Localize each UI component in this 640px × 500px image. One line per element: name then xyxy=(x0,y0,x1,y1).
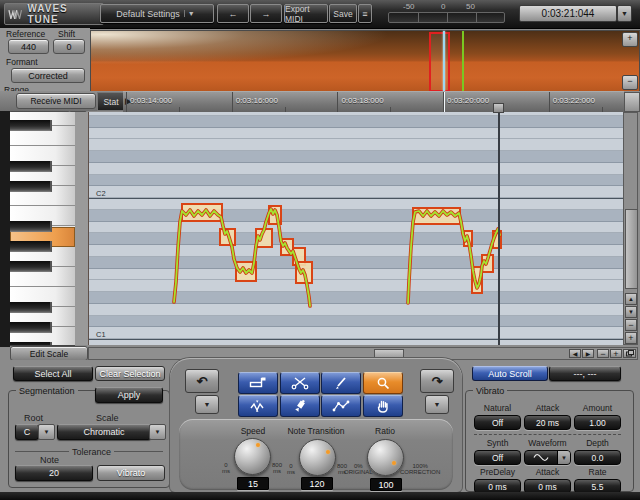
scroll-left-icon[interactable]: ◀ xyxy=(569,349,581,358)
zoom-tool-button[interactable] xyxy=(363,372,403,394)
hand-tool-button[interactable] xyxy=(363,395,403,417)
root-select[interactable]: C xyxy=(15,424,39,440)
note-tolerance-value[interactable]: 20 xyxy=(15,465,93,481)
glue-icon xyxy=(291,399,309,413)
waveform-select[interactable]: ▼ xyxy=(524,450,571,465)
receive-midi-button[interactable]: Receive MIDI xyxy=(16,93,96,109)
piano-key-black[interactable] xyxy=(10,161,52,172)
apply-button[interactable]: Apply xyxy=(95,387,163,403)
shift-value-field[interactable]: 0 xyxy=(53,39,85,54)
song-overview-strip[interactable]: + − xyxy=(90,30,640,92)
speed-knob[interactable] xyxy=(234,438,271,475)
vertical-zoom-out-icon[interactable]: − xyxy=(625,319,637,331)
preset-dropdown-icon[interactable]: ▼ xyxy=(184,10,198,17)
next-preset-button[interactable]: → xyxy=(250,4,282,23)
depth-value[interactable]: 0.0 xyxy=(574,450,621,465)
ruler-major-tick xyxy=(337,92,338,112)
glue-tool-button[interactable] xyxy=(280,395,320,417)
scissors-icon xyxy=(291,376,309,390)
waveform-label: Waveform xyxy=(524,438,571,448)
speed-knob-label: Speed xyxy=(236,426,270,436)
reference-value-field[interactable]: 440 xyxy=(8,39,49,54)
vertical-scrollbar[interactable]: ▲ ▼ − + xyxy=(623,112,638,345)
redo-button[interactable]: ↷ xyxy=(420,369,454,393)
pitch-correction-meter xyxy=(388,12,505,23)
undo-button[interactable]: ↶ xyxy=(185,369,219,393)
scale-label: Scale xyxy=(96,413,119,423)
time-ruler[interactable]: ▶ 0:03:14:0000:03:16:0000:03:18:0000:03:… xyxy=(123,91,624,113)
speed-value-display[interactable]: 15 xyxy=(237,477,269,490)
note-edit-tool-button[interactable] xyxy=(238,372,278,394)
horizontal-zoom-out-icon[interactable]: − xyxy=(597,349,609,358)
amount-value[interactable]: 1.00 xyxy=(574,415,621,430)
auto-scroll-button[interactable]: Auto Scroll xyxy=(472,366,548,381)
scale-select[interactable]: Chromatic xyxy=(57,424,151,440)
previous-preset-button[interactable]: ← xyxy=(217,4,249,23)
piano-key-black[interactable] xyxy=(10,302,52,313)
vibrato-title: Vibrato xyxy=(473,386,507,396)
waveform-dropdown-icon[interactable]: ▼ xyxy=(557,451,570,464)
pitch-curves-layer xyxy=(89,112,623,345)
formant-mode-button[interactable]: Corrected xyxy=(11,68,85,83)
redo-dropdown-icon: ▼ xyxy=(434,401,441,408)
piano-key-black[interactable] xyxy=(10,181,52,192)
edit-cursor-line[interactable] xyxy=(498,112,500,345)
scroll-right-icon[interactable]: ▶ xyxy=(582,349,594,358)
root-dropdown-icon[interactable]: ▼ xyxy=(38,424,55,440)
edit-cursor-handle[interactable] xyxy=(493,103,504,113)
vertical-scroll-thumb[interactable] xyxy=(625,209,638,289)
segmentation-panel: Segmentation Apply Root Scale C ▼ Chroma… xyxy=(8,390,170,488)
position-display: ---, --- xyxy=(549,366,621,381)
scroll-down-icon[interactable]: ▼ xyxy=(625,306,637,318)
save-button[interactable]: Save xyxy=(329,4,357,23)
vertical-zoom-in-icon[interactable]: + xyxy=(625,332,637,344)
pencil-tool-button[interactable] xyxy=(321,372,361,394)
undo-history-dropdown[interactable]: ▼ xyxy=(195,395,219,414)
select-all-button[interactable]: Select All xyxy=(13,366,93,381)
timecode-display: 0:03:21:044 xyxy=(519,5,617,22)
shift-label: Shift xyxy=(58,29,75,39)
note-edit-icon xyxy=(249,376,267,390)
overview-zoom-in-button[interactable]: + xyxy=(622,32,638,47)
export-midi-button[interactable]: Export MIDI xyxy=(284,4,328,23)
pitch-curve-original xyxy=(174,209,310,306)
overview-zoom-out-button[interactable]: − xyxy=(622,75,638,90)
timecode-format-dropdown[interactable]: ▼ xyxy=(617,5,632,22)
scroll-up-icon[interactable]: ▲ xyxy=(625,293,637,305)
natural-toggle[interactable]: Off xyxy=(474,415,521,430)
hand-icon xyxy=(374,399,392,413)
vibrato-tolerance-button[interactable]: Vibrato xyxy=(97,465,165,481)
menu-icon[interactable]: ≡ xyxy=(358,4,372,23)
scale-dropdown-icon[interactable]: ▼ xyxy=(149,424,166,440)
piano-key-black[interactable] xyxy=(10,322,52,333)
piano-key-black[interactable] xyxy=(10,120,52,131)
redo-history-dropdown[interactable]: ▼ xyxy=(425,395,449,414)
note-transition-knob[interactable] xyxy=(299,439,336,476)
pitch-curve-corrected xyxy=(174,209,310,306)
back-arrow-icon: ← xyxy=(229,9,238,19)
piano-keyboard[interactable] xyxy=(10,112,75,346)
curve-tool-button[interactable] xyxy=(321,395,361,417)
note-transition-value-display[interactable]: 120 xyxy=(301,477,333,490)
clear-selection-button[interactable]: Clear Selection xyxy=(95,366,165,381)
edit-scale-button[interactable]: Edit Scale xyxy=(10,346,88,361)
horizontal-zoom-in-icon[interactable]: + xyxy=(610,349,622,358)
overview-view-rectangle[interactable] xyxy=(429,32,450,92)
synth-attack-label: Attack xyxy=(524,467,571,477)
synth-toggle[interactable]: Off xyxy=(474,450,521,465)
vibrato-tool-button[interactable] xyxy=(238,395,278,417)
preset-selector[interactable]: Default Settings ▼ xyxy=(100,4,214,23)
piano-key-black[interactable] xyxy=(10,241,52,252)
piano-key-black[interactable] xyxy=(10,261,52,272)
overview-playhead-line xyxy=(443,31,445,91)
undo-dropdown-icon: ▼ xyxy=(204,401,211,408)
scissors-tool-button[interactable] xyxy=(280,372,320,394)
vibrato-attack-value[interactable]: 20 ms xyxy=(524,415,571,430)
ratio-value-display[interactable]: 100 xyxy=(370,478,402,491)
piano-key-black[interactable] xyxy=(10,221,52,232)
magnifier-icon xyxy=(374,376,392,390)
segmentation-title: Segmentation xyxy=(16,386,78,396)
zoom-fit-icon[interactable] xyxy=(623,349,636,358)
pitch-edit-grid[interactable]: C2C1 xyxy=(88,112,623,345)
ruler-corner-box[interactable] xyxy=(624,92,640,112)
